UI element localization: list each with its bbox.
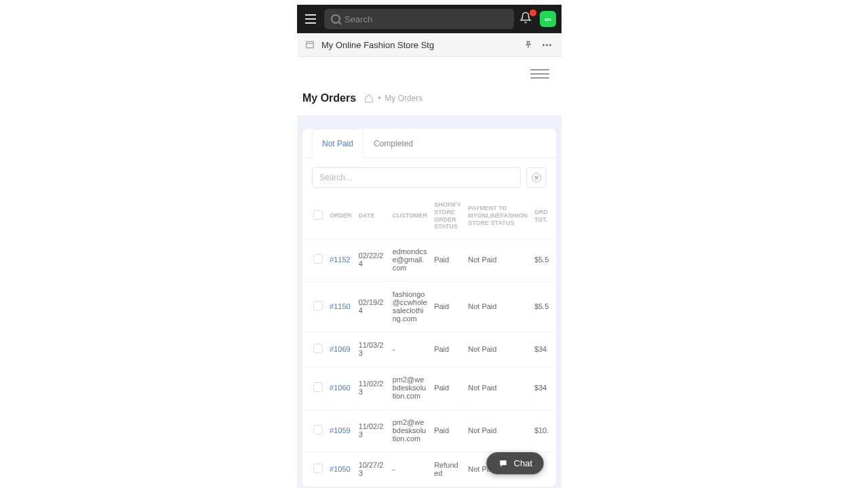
cell-payment-status: Not Paid bbox=[465, 239, 530, 280]
notifications-button[interactable] bbox=[519, 12, 534, 26]
orders-table: ORDER DATE CUSTOMER SHOPIFY STORE ORDER … bbox=[302, 193, 556, 487]
cell-payment-status: Not Paid bbox=[465, 409, 530, 451]
select-all-checkbox[interactable] bbox=[313, 210, 323, 220]
table-row: #115202/22/24edmondcse@gmail.comPaidNot … bbox=[304, 239, 555, 280]
table-row: #106911/03/23-PaidNot Paid$34 bbox=[304, 332, 555, 365]
cell-customer: - bbox=[390, 332, 430, 365]
order-link[interactable]: #1152 bbox=[330, 256, 351, 264]
cell-total: $5.5 bbox=[532, 239, 555, 280]
cell-payment-status: Not Paid bbox=[465, 332, 530, 365]
row-checkbox[interactable] bbox=[313, 464, 323, 473]
row-checkbox[interactable] bbox=[313, 425, 323, 434]
table-row: #105911/02/23pm2@webdesksolution.comPaid… bbox=[304, 409, 555, 451]
cell-date: 11/02/23 bbox=[356, 367, 389, 408]
cell-customer: pm2@webdesksolution.com bbox=[390, 367, 430, 408]
cell-date: 02/19/24 bbox=[356, 281, 389, 331]
cell-payment-status: Not Paid bbox=[465, 367, 530, 408]
table-row: #115002/19/24fashiongo@ccwholesaleclothi… bbox=[304, 281, 555, 331]
order-link[interactable]: #1150 bbox=[330, 302, 351, 310]
row-checkbox[interactable] bbox=[313, 301, 323, 310]
order-link[interactable]: #1069 bbox=[330, 345, 351, 353]
cell-date: 10/27/23 bbox=[356, 452, 389, 485]
col-customer[interactable]: CUSTOMER bbox=[390, 195, 430, 237]
cell-total: $5.5 bbox=[532, 281, 555, 331]
avatar[interactable]: on bbox=[540, 11, 556, 27]
chat-icon bbox=[498, 459, 509, 468]
cell-payment-status: Not Paid bbox=[465, 281, 530, 331]
menu-toggle-button[interactable] bbox=[302, 11, 319, 27]
tab-completed[interactable]: Completed bbox=[363, 129, 423, 158]
cell-shopify-status: Paid bbox=[431, 281, 464, 331]
order-link[interactable]: #1060 bbox=[330, 384, 351, 392]
table-row: #106011/02/23pm2@webdesksolution.comPaid… bbox=[304, 367, 555, 408]
tab-not-paid[interactable]: Not Paid bbox=[312, 129, 363, 158]
cell-shopify-status: Paid bbox=[431, 239, 464, 280]
col-shopify-status[interactable]: SHOPIFY STORE ORDER STATUS bbox=[431, 195, 464, 237]
cell-shopify-status: Refunded bbox=[431, 452, 464, 485]
search-icon bbox=[331, 14, 340, 24]
pin-icon[interactable] bbox=[524, 40, 533, 49]
cell-customer: pm2@webdesksolution.com bbox=[390, 409, 430, 451]
top-bar: on bbox=[297, 5, 561, 33]
global-search[interactable] bbox=[324, 9, 514, 29]
cell-shopify-status: Paid bbox=[431, 332, 464, 365]
orders-card: Not Paid Completed ORDER DATE bbox=[302, 129, 556, 487]
notification-badge bbox=[530, 9, 536, 16]
svg-rect-0 bbox=[307, 41, 314, 47]
search-input[interactable] bbox=[344, 14, 507, 24]
order-link[interactable]: #1050 bbox=[330, 465, 351, 473]
store-icon bbox=[305, 40, 315, 49]
cell-total: $10. bbox=[532, 409, 555, 451]
cell-shopify-status: Paid bbox=[431, 367, 464, 408]
cell-date: 02/22/24 bbox=[356, 239, 389, 280]
home-icon[interactable] bbox=[364, 94, 374, 103]
chat-widget[interactable]: Chat bbox=[486, 452, 544, 474]
col-payment-status[interactable]: PAYMENT TO MYONLINEFASHION STORE STATUS bbox=[465, 195, 530, 237]
chat-label: Chat bbox=[514, 458, 532, 468]
order-link[interactable]: #1059 bbox=[330, 426, 351, 434]
cell-total: $34 bbox=[532, 367, 555, 408]
col-order-total[interactable]: ORD TOT. bbox=[532, 195, 555, 237]
page-header: My Orders • My Orders bbox=[297, 85, 561, 115]
page-menu-button[interactable] bbox=[530, 66, 549, 81]
row-checkbox[interactable] bbox=[313, 382, 323, 392]
tabs: Not Paid Completed bbox=[302, 129, 556, 158]
col-date[interactable]: DATE bbox=[356, 195, 389, 237]
more-options-button[interactable] bbox=[540, 38, 553, 52]
cell-shopify-status: Paid bbox=[431, 409, 464, 451]
cell-date: 11/03/23 bbox=[356, 332, 389, 365]
col-order[interactable]: ORDER bbox=[327, 195, 355, 237]
store-name: My Online Fashion Store Stg bbox=[321, 40, 517, 50]
close-icon bbox=[532, 173, 541, 182]
breadcrumb-separator: • bbox=[378, 94, 380, 103]
cell-customer: edmondcse@gmail.com bbox=[390, 239, 430, 280]
breadcrumb: • My Orders bbox=[364, 94, 422, 103]
clear-search-button[interactable] bbox=[526, 167, 547, 188]
cell-total: $34 bbox=[532, 332, 555, 365]
breadcrumb-current: My Orders bbox=[384, 94, 422, 103]
page-title: My Orders bbox=[302, 92, 356, 104]
cell-date: 11/02/23 bbox=[356, 409, 389, 451]
table-search-input[interactable] bbox=[312, 167, 521, 188]
main-scroll-area[interactable]: My Orders • My Orders Not Paid Completed bbox=[297, 57, 561, 488]
row-checkbox[interactable] bbox=[313, 254, 323, 264]
store-title-bar: My Online Fashion Store Stg bbox=[297, 33, 561, 57]
cell-customer: - bbox=[390, 452, 430, 485]
cell-customer: fashiongo@ccwholesaleclothing.com bbox=[390, 281, 430, 331]
row-checkbox[interactable] bbox=[313, 344, 323, 353]
